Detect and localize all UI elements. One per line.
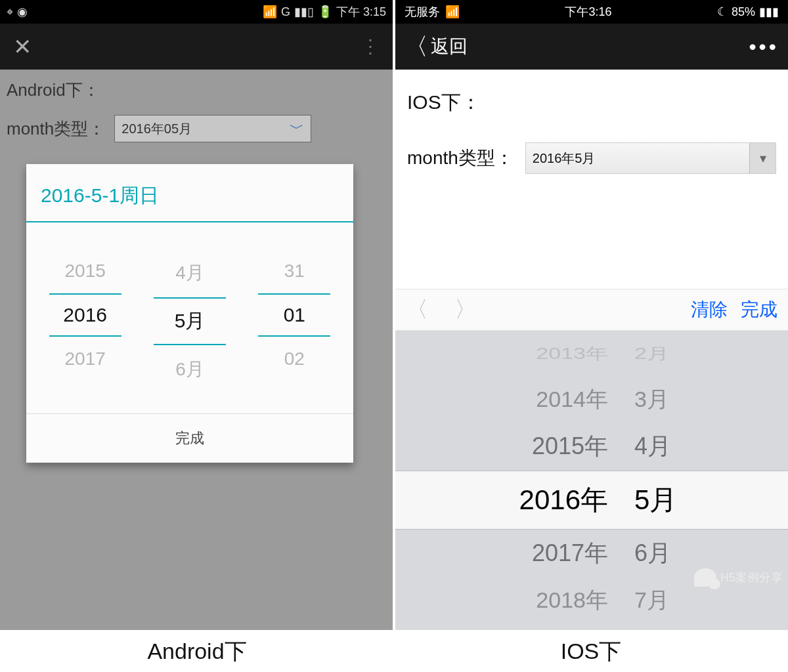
ios-pane: 无服务 📶 下午3:16 ☾ 85% ▮▮▮ 〈 返回 ••• IOS下： mo… [395,0,788,630]
wechat-icon [694,568,716,587]
ios-navbar: 〈 返回 ••• [395,24,788,70]
picker-toolbar: 〈 〉 清除 完成 [395,289,788,331]
month-spinner[interactable]: 4月 5月 6月 [154,249,226,394]
dialog-title: 2016-5-1周日 [26,164,353,222]
record-icon: ◉ [17,5,28,19]
year-spinner[interactable]: 2015 2016 2017 [49,249,121,394]
android-statusbar: ⌖ ◉ 📶 G ▮▮▯ 🔋 下午 3:15 [0,0,393,24]
wifi-icon: 📶 [263,5,277,19]
ios-heading: IOS下： [407,89,776,116]
signal-icon: G [281,5,290,19]
chevron-left-icon: 〈 [405,31,428,63]
day-spinner[interactable]: 31 01 02 [258,249,330,394]
picker-row: 2014年3月 [395,377,788,423]
chevron-down-icon: ﹀ [290,119,304,138]
android-heading: Android下： [7,79,386,102]
chevron-down-icon: ▾ [749,143,776,173]
close-icon[interactable]: ✕ [13,33,32,60]
signal-bars-icon: ▮▮▯ [294,5,314,19]
month-select[interactable]: 2016年5月 ▾ [525,142,776,174]
captions: Android下 IOS下 [0,630,788,672]
next-arrow-icon[interactable]: 〉 [454,295,477,325]
watermark: H5案例分享 [694,568,783,587]
wifi-icon: 📶 [445,5,460,19]
ios-statusbar: 无服务 📶 下午3:16 ☾ 85% ▮▮▮ [395,0,788,24]
battery-icon: ▮▮▮ [759,5,779,19]
overflow-menu-icon[interactable]: ⋮ [361,44,380,49]
focus-icon: ⌖ [7,5,13,19]
caption-android: Android下 [0,630,394,672]
month-select-value: 2016年5月 [533,150,596,167]
battery-percent: 85% [732,5,755,19]
picker-row: 2013年2月 [395,338,788,370]
more-menu-icon[interactable]: ••• [749,35,779,59]
month-input-label: month类型： [407,146,514,171]
caption-ios: IOS下 [394,630,788,672]
moon-icon: ☾ [717,5,728,19]
battery-icon: 🔋 [318,5,332,19]
status-time: 下午3:16 [565,4,611,20]
prev-arrow-icon[interactable]: 〈 [406,295,428,325]
back-button[interactable]: 〈 返回 [405,31,468,63]
picker-row: 2016年5月 [395,471,788,530]
android-toolbar: ✕ ⋮ [0,24,393,70]
dialog-done-button[interactable]: 完成 [26,413,353,463]
picker-row: 2015年4月 [395,423,788,471]
date-picker-dialog: 2016-5-1周日 2015 2016 2017 4月 5月 6月 31 01… [26,164,353,463]
clear-button[interactable]: 清除 [691,297,728,322]
month-select-value: 2016年05月 [121,120,192,138]
carrier-text: 无服务 [405,4,440,20]
month-select[interactable]: 2016年05月 ﹀ [114,115,311,142]
status-time: 下午 3:15 [336,4,386,20]
android-pane: ⌖ ◉ 📶 G ▮▮▯ 🔋 下午 3:15 ✕ ⋮ Android下： mont… [0,0,395,630]
done-button[interactable]: 完成 [741,297,777,322]
month-input-label: month类型： [7,117,105,140]
